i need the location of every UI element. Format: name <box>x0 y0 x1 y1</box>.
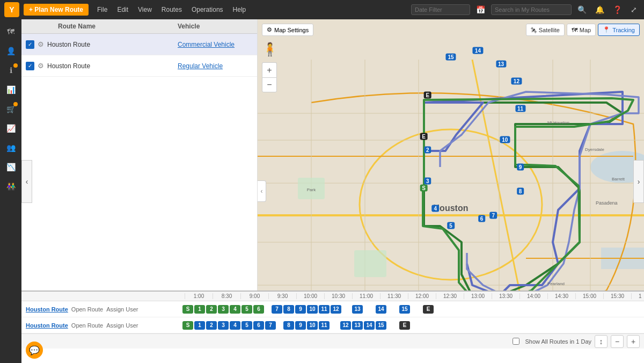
stop-12-2[interactable]: 12 <box>340 321 351 330</box>
satellite-button[interactable]: 🛰 Satellite <box>526 24 565 36</box>
svg-rect-21 <box>354 250 386 277</box>
stop-15-1[interactable]: 15 <box>399 305 410 314</box>
stop-12-1[interactable]: 12 <box>331 305 341 314</box>
route-row-1[interactable]: ⚙ Houston Route Commercial Vehicle <box>21 34 257 55</box>
sidebar-item-cart[interactable]: 🛒 <box>3 101 19 117</box>
stop-marker-3: 3 <box>424 177 431 184</box>
calendar-icon[interactable]: 📅 <box>473 4 488 15</box>
sidebar-item-team[interactable]: 👥 <box>3 140 19 156</box>
svg-text:Pasadena: Pasadena <box>596 200 618 206</box>
tl-open-route-1[interactable]: Open Route <box>71 306 103 313</box>
toolbar: Y + Plan New Route File Edit View Routes… <box>0 0 644 19</box>
sidebar-item-reports[interactable]: 📈 <box>3 120 19 136</box>
route-checkbox-1[interactable] <box>26 40 34 49</box>
tracking-icon: 📍 <box>603 26 610 33</box>
map-overlay-buttons: 🛰 Satellite 🗺 Map 📍 Tracking <box>526 24 640 36</box>
stop-7-1[interactable]: 7 <box>272 305 282 314</box>
menu-operations[interactable]: Operations <box>187 4 228 16</box>
stop-marker-e2: E <box>420 133 428 140</box>
sidebar-item-info[interactable]: ℹ <box>3 62 19 78</box>
stop-s-1[interactable]: S <box>182 305 193 314</box>
time-1600: 16:00 <box>631 293 642 299</box>
search-routes-input[interactable] <box>491 4 572 15</box>
stop-14-2[interactable]: 14 <box>364 321 375 330</box>
show-all-checkbox[interactable] <box>513 338 519 345</box>
stop-8-1[interactable]: 8 <box>283 305 294 314</box>
expand-icon[interactable]: ⤢ <box>628 4 640 15</box>
stop-11-1[interactable]: 11 <box>319 305 330 314</box>
stop-5-2[interactable]: 5 <box>241 321 252 330</box>
stop-e-1[interactable]: E <box>423 305 434 314</box>
svg-text:Park: Park <box>307 187 316 192</box>
stop-2-2[interactable]: 2 <box>206 321 217 330</box>
stop-4-1[interactable]: 4 <box>230 305 240 314</box>
stop-2-1[interactable]: 2 <box>206 305 217 314</box>
stop-4-2[interactable]: 4 <box>230 321 240 330</box>
stop-13-1[interactable]: 13 <box>352 305 363 314</box>
stop-6-2[interactable]: 6 <box>253 321 264 330</box>
help-icon[interactable]: ❓ <box>610 4 625 15</box>
stop-15-2[interactable]: 15 <box>376 321 386 330</box>
date-filter-input[interactable] <box>411 4 470 15</box>
route-vehicle-2[interactable]: Regular Vehicle <box>178 62 253 70</box>
sort-button[interactable]: ↕ <box>595 335 608 348</box>
sidebar-item-routes[interactable]: 🗺 <box>3 24 19 40</box>
bell-icon[interactable]: 🔔 <box>592 4 607 15</box>
tl-route-name-2[interactable]: Houston Route <box>26 322 68 329</box>
search-icon[interactable]: 🔍 <box>575 4 589 15</box>
timeline-route-2: Houston Route Open Route Assign User S 1… <box>21 317 644 333</box>
tracking-button[interactable]: 📍 Tracking <box>598 24 640 36</box>
stop-10-1[interactable]: 10 <box>307 305 318 314</box>
stop-8-2[interactable]: 8 <box>283 321 294 330</box>
zoom-out-button[interactable]: − <box>262 77 277 92</box>
route-gear-icon-2[interactable]: ⚙ <box>38 62 44 70</box>
svg-text:Pearland: Pearland <box>547 281 565 286</box>
plan-new-route-button[interactable]: + Plan New Route <box>24 4 89 16</box>
stop-e-2[interactable]: E <box>399 321 410 330</box>
map-collapse-button[interactable]: ‹ <box>258 180 266 202</box>
stop-11-2[interactable]: 11 <box>319 321 330 330</box>
menu-routes[interactable]: Routes <box>157 4 186 16</box>
timeline-prev-arrow[interactable]: ‹ <box>21 160 32 203</box>
sidebar-item-graph[interactable]: 📉 <box>3 159 19 175</box>
map-settings-button[interactable]: ⚙ Map Settings <box>262 24 313 36</box>
stop-9-2[interactable]: 9 <box>295 321 306 330</box>
stop-s-2[interactable]: S <box>182 321 193 330</box>
tl-assign-user-1[interactable]: Assign User <box>106 306 138 313</box>
stop-5-1[interactable]: 5 <box>241 305 252 314</box>
stop-1-1[interactable]: 1 <box>194 305 205 314</box>
menu-edit[interactable]: Edit <box>113 4 133 16</box>
menu-help[interactable]: Help <box>229 4 251 16</box>
stop-10-2[interactable]: 10 <box>307 321 318 330</box>
time-930: 9:30 <box>268 293 296 299</box>
sidebar-item-users[interactable]: 👤 <box>3 43 19 59</box>
map-button[interactable]: 🗺 Map <box>567 24 596 36</box>
route-gear-icon-1[interactable]: ⚙ <box>38 40 44 48</box>
timeline-next-arrow[interactable]: › <box>633 160 644 203</box>
stop-marker-7: 7 <box>489 212 497 219</box>
route-checkbox-2[interactable] <box>26 62 34 70</box>
stop-1-2[interactable]: 1 <box>194 321 205 330</box>
chat-bubble-button[interactable]: 💬 <box>26 342 43 359</box>
stop-7-2[interactable]: 7 <box>265 321 276 330</box>
stop-6-1[interactable]: 6 <box>253 305 264 314</box>
plus-button[interactable]: + <box>627 335 640 348</box>
minus-button[interactable]: − <box>611 335 624 348</box>
tl-open-route-2[interactable]: Open Route <box>71 322 103 329</box>
menu-file[interactable]: File <box>93 4 112 16</box>
stop-3-1[interactable]: 3 <box>218 305 229 314</box>
stop-14-1[interactable]: 14 <box>376 305 386 314</box>
route-vehicle-1[interactable]: Commercial Vehicle <box>178 41 253 48</box>
stop-13-2[interactable]: 13 <box>352 321 363 330</box>
stop-9-1[interactable]: 9 <box>295 305 306 314</box>
stop-3-2[interactable]: 3 <box>218 321 229 330</box>
zoom-in-button[interactable]: + <box>262 62 277 77</box>
sidebar-item-analytics[interactable]: 📊 <box>3 82 19 98</box>
tl-route-name-1[interactable]: Houston Route <box>26 306 68 313</box>
tl-assign-user-2[interactable]: Assign User <box>106 322 138 329</box>
time-830: 8:30 <box>213 293 240 299</box>
menu-view[interactable]: View <box>134 4 156 16</box>
map-zoom-controls: + − <box>262 62 277 92</box>
route-row-2[interactable]: ⚙ Houston Route Regular Vehicle <box>21 55 257 77</box>
sidebar-item-users2[interactable]: 👫 <box>3 178 19 194</box>
